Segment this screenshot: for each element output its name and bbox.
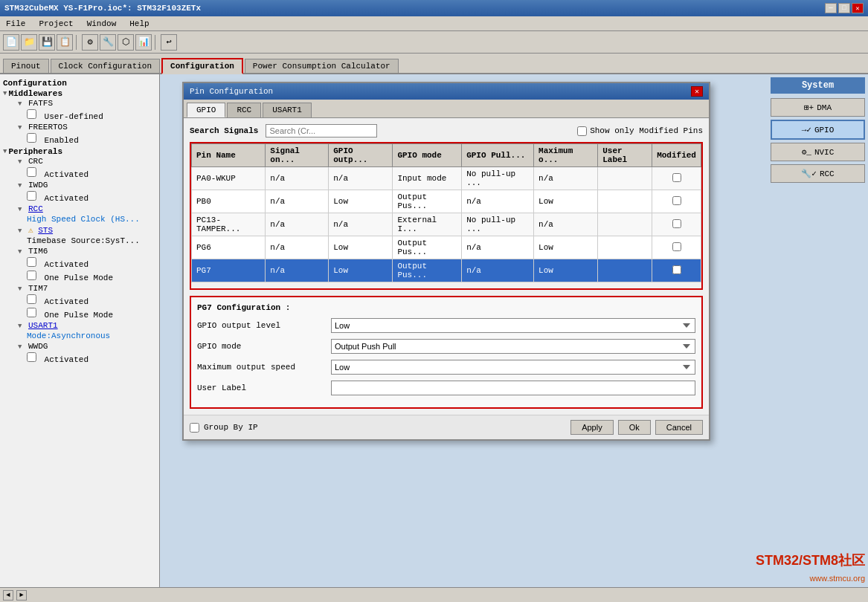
toolbar-save-as[interactable]: 📋 bbox=[57, 34, 73, 51]
tim7-activated-checkbox[interactable] bbox=[27, 294, 36, 304]
show-modified-label: Show only Modified Pins bbox=[590, 126, 703, 135]
iwdg-collapse-icon[interactable]: ▼ bbox=[18, 182, 22, 190]
rcc-label[interactable]: RCC bbox=[28, 204, 43, 213]
window-controls: ─ □ ✕ bbox=[825, 3, 864, 13]
cell-mode-pb0: Output Pus... bbox=[393, 190, 462, 213]
search-input[interactable] bbox=[266, 124, 377, 137]
freertos-enabled-checkbox[interactable] bbox=[27, 133, 36, 143]
toolbar-new[interactable]: 📄 bbox=[3, 34, 19, 51]
menu-window[interactable]: Window bbox=[84, 19, 120, 29]
dialog-tab-rcc[interactable]: RCC bbox=[227, 103, 261, 117]
dialog-tab-gpio[interactable]: GPIO bbox=[187, 103, 225, 117]
usart1-label[interactable]: USART1 bbox=[28, 321, 58, 330]
user-label-input[interactable] bbox=[331, 381, 695, 395]
tim6-pulse-checkbox[interactable] bbox=[27, 271, 36, 280]
dialog-close-button[interactable]: ✕ bbox=[691, 86, 703, 97]
sidebar-usart1-mode: Mode:Asynchronous bbox=[3, 331, 156, 341]
tim6-pulse-label: One Pulse Mode bbox=[45, 274, 113, 282]
sidebar-tim7: ▼ TIM7 bbox=[3, 283, 156, 294]
sts-timebase-label: Timebase Source:SysT... bbox=[27, 236, 140, 245]
menu-help[interactable]: Help bbox=[126, 19, 152, 29]
max-output-speed-select[interactable]: Low Medium High bbox=[331, 360, 695, 375]
gpio-output-level-select[interactable]: Low High bbox=[331, 318, 695, 333]
scroll-left-button[interactable]: ◄ bbox=[3, 590, 13, 601]
pin-table: Pin Name Signal on... GPIO outp... GPIO … bbox=[191, 143, 701, 282]
dialog-title-text: Pin Configuration bbox=[190, 87, 273, 96]
modified-pa0-checkbox[interactable] bbox=[672, 173, 681, 182]
minimize-button[interactable]: ─ bbox=[825, 3, 837, 13]
main-tabs: Pinout Clock Configuration Configuration… bbox=[0, 54, 868, 74]
wwdg-collapse-icon[interactable]: ▼ bbox=[18, 343, 22, 351]
toolbar-btn-1[interactable]: ⚙ bbox=[82, 34, 98, 51]
tab-configuration[interactable]: Configuration bbox=[161, 58, 243, 74]
freertos-collapse-icon[interactable]: ▼ bbox=[18, 124, 22, 132]
table-row[interactable]: PB0 n/a Low Output Pus... n/a Low bbox=[192, 190, 701, 213]
cell-modified-pb0 bbox=[652, 190, 701, 213]
apply-button[interactable]: Apply bbox=[570, 420, 614, 435]
crc-activated-label: Activated bbox=[45, 170, 89, 179]
tim7-pulse-label: One Pulse Mode bbox=[45, 311, 113, 320]
toolbar-open[interactable]: 📁 bbox=[21, 34, 37, 51]
iwdg-activated-checkbox[interactable] bbox=[27, 191, 36, 201]
cancel-button[interactable]: Cancel bbox=[655, 420, 703, 435]
sts-label[interactable]: STS bbox=[38, 226, 53, 235]
toolbar-btn-2[interactable]: 🔧 bbox=[100, 34, 116, 51]
freertos-label: FREERTOS bbox=[28, 123, 68, 132]
watermark-url: www.stmcu.org bbox=[809, 574, 865, 583]
crc-label: CRC bbox=[28, 157, 43, 166]
sidebar-sts-timebase: Timebase Source:SysT... bbox=[3, 236, 156, 246]
tim7-collapse-icon[interactable]: ▼ bbox=[18, 285, 22, 293]
tab-clock[interactable]: Clock Configuration bbox=[51, 59, 160, 73]
middlewares-collapse-icon[interactable]: ▼ bbox=[3, 90, 7, 97]
sidebar-tim7-pulse: One Pulse Mode bbox=[3, 307, 156, 320]
modified-pg7-checkbox[interactable] bbox=[672, 265, 681, 274]
menu-file[interactable]: File bbox=[3, 19, 28, 29]
rcc-collapse-icon[interactable]: ▼ bbox=[18, 206, 22, 213]
ok-button[interactable]: Ok bbox=[618, 420, 651, 435]
table-row[interactable]: PA0-WKUP n/a n/a Input mode No pull-up .… bbox=[192, 167, 701, 190]
tab-pinout[interactable]: Pinout bbox=[3, 59, 49, 73]
tim6-collapse-icon[interactable]: ▼ bbox=[18, 248, 22, 256]
modified-pg6-checkbox[interactable] bbox=[672, 242, 681, 251]
sidebar: Configuration ▼ Middlewares ▼ FATFS User… bbox=[0, 74, 160, 587]
modified-pc13-checkbox[interactable] bbox=[672, 219, 681, 228]
sidebar-rcc: ▼ RCC bbox=[3, 204, 156, 214]
cell-signal-pg7: n/a bbox=[266, 259, 329, 282]
table-row[interactable]: PC13-TAMPER... n/a n/a External I... No … bbox=[192, 213, 701, 236]
sidebar-user-defined: User-defined bbox=[3, 109, 156, 122]
pin-config-dialog: Pin Configuration ✕ GPIO RCC USART1 Sear… bbox=[182, 82, 710, 441]
group-by-ip-checkbox[interactable] bbox=[190, 423, 199, 433]
tab-power[interactable]: Power Consumption Calculator bbox=[245, 59, 399, 73]
close-button[interactable]: ✕ bbox=[852, 3, 864, 13]
usart1-collapse-icon[interactable]: ▼ bbox=[18, 323, 22, 330]
gpio-mode-select[interactable]: Output Push Pull Output Open Drain bbox=[331, 339, 695, 354]
cell-output-pb0: Low bbox=[329, 190, 393, 213]
crc-collapse-icon[interactable]: ▼ bbox=[18, 158, 22, 166]
user-defined-checkbox[interactable] bbox=[27, 109, 36, 119]
sidebar-freertos-enabled: Enabled bbox=[3, 132, 156, 146]
tim7-pulse-checkbox[interactable] bbox=[27, 308, 36, 317]
table-row[interactable]: PG6 n/a Low Output Pus... n/a Low bbox=[192, 236, 701, 259]
show-modified-checkbox[interactable] bbox=[577, 126, 587, 136]
cell-mode-pc13: External I... bbox=[393, 213, 462, 236]
wwdg-activated-checkbox[interactable] bbox=[27, 352, 36, 362]
table-row-selected[interactable]: PG7 n/a Low Output Pus... n/a Low bbox=[192, 259, 701, 282]
toolbar-btn-3[interactable]: ⬡ bbox=[118, 34, 134, 51]
window-title: STM32CubeMX YS-F1Pro.ioc*: STM32F103ZETx bbox=[4, 4, 201, 13]
scroll-right-button[interactable]: ► bbox=[16, 590, 27, 601]
dialog-tab-usart1[interactable]: USART1 bbox=[263, 103, 312, 117]
crc-activated-checkbox[interactable] bbox=[27, 167, 36, 177]
maximize-button[interactable]: □ bbox=[838, 3, 850, 13]
sidebar-tim6-activated: Activated bbox=[3, 256, 156, 270]
sts-collapse-icon[interactable]: ▼ bbox=[18, 227, 22, 235]
menu-project[interactable]: Project bbox=[36, 19, 76, 29]
sidebar-crc: ▼ CRC bbox=[3, 156, 156, 166]
status-scroll: ◄ ► bbox=[3, 590, 27, 601]
peripherals-collapse-icon[interactable]: ▼ bbox=[3, 148, 7, 155]
modified-pb0-checkbox[interactable] bbox=[672, 196, 681, 205]
tim6-activated-checkbox[interactable] bbox=[27, 257, 36, 267]
toolbar-btn-4[interactable]: 📊 bbox=[135, 34, 152, 51]
fatfs-collapse-icon[interactable]: ▼ bbox=[18, 100, 22, 108]
toolbar-btn-5[interactable]: ↩ bbox=[161, 34, 177, 51]
toolbar-save[interactable]: 💾 bbox=[39, 34, 55, 51]
